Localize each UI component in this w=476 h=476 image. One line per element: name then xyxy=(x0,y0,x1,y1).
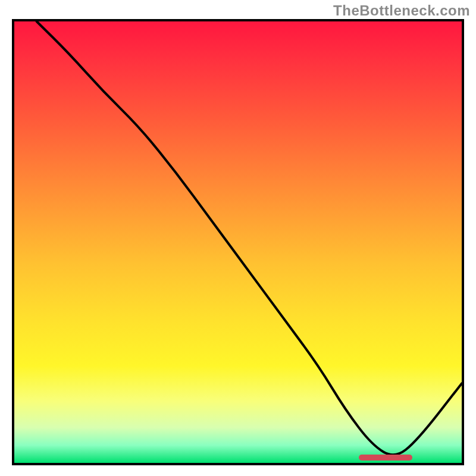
plot-frame xyxy=(12,19,464,465)
bottleneck-curve xyxy=(14,21,462,463)
chart-stage: TheBottleneck.com xyxy=(0,0,476,476)
watermark-text: TheBottleneck.com xyxy=(333,2,470,19)
optimal-range-marker xyxy=(359,455,412,461)
